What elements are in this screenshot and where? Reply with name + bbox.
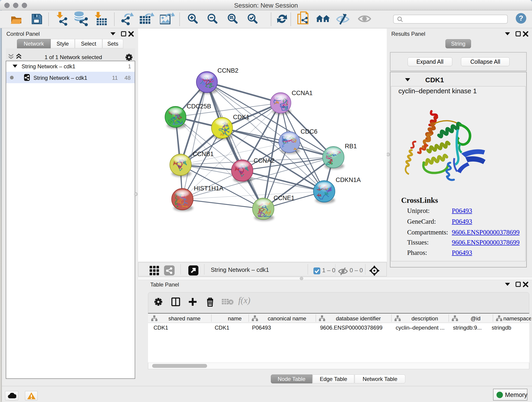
svg-text:HIST1H1A: HIST1H1A: [194, 185, 223, 192]
svg-text:CCNB1: CCNB1: [193, 151, 214, 157]
svg-text:?: ?: [519, 14, 523, 22]
svg-text:CDC6: CDC6: [301, 128, 317, 135]
svg-text:CDK1: CDK1: [233, 114, 249, 121]
svg-text:CCNE1: CCNE1: [273, 195, 295, 201]
svg-text:CCNB2: CCNB2: [217, 67, 239, 74]
svg-text:RB1: RB1: [345, 143, 357, 150]
svg-text:CDC25B: CDC25B: [187, 103, 211, 110]
svg-text:CCNA1: CCNA1: [292, 89, 313, 96]
svg-text:CDKN1A: CDKN1A: [336, 177, 361, 183]
svg-text:CCNA2: CCNA2: [254, 157, 275, 164]
